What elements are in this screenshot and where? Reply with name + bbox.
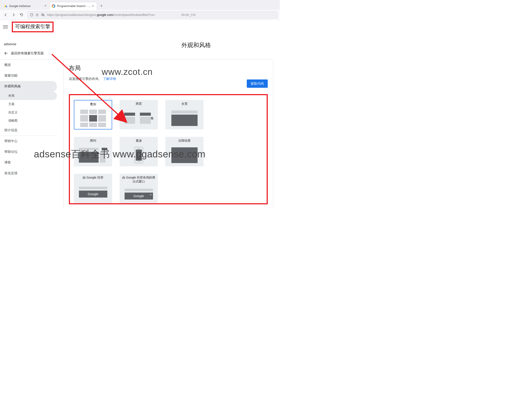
app-topbar: 可编程搜索引擎 — [0, 20, 280, 34]
sidebar-item-blog[interactable]: 博客 — [0, 157, 57, 168]
sidebar-sub-custom[interactable]: 自定义 — [0, 108, 57, 116]
card-title: 布局 — [69, 64, 268, 72]
layout-preview-icon — [74, 144, 112, 166]
layout-option-hosted-popup[interactable]: 由 Google 托管布局的弹出式窗口 Google↗ — [120, 174, 158, 203]
sidebar-back-label: 返回所有搜索引擎页面 — [11, 51, 44, 55]
layout-preview-icon: Google↗ — [120, 185, 158, 203]
sidebar-item-stats[interactable]: 统计信息 — [0, 125, 57, 136]
browser-tabstrip: Google AdSense × Programmable Search - L… — [0, 0, 280, 10]
layout-option-overlay[interactable]: 叠加 — [74, 100, 112, 129]
page-title: 外观和风格 — [63, 38, 273, 49]
layout-card: 布局 设置搜索引擎的布局。了解详情 获取代码 叠加 — [63, 59, 273, 209]
option-label: 全宽 — [165, 100, 203, 107]
svg-point-5 — [42, 13, 43, 15]
layout-preview-icon — [120, 144, 158, 166]
annotation-box: 可编程搜索引擎 — [12, 22, 54, 32]
browser-navbar: https://programmablesearchengine.google.… — [0, 10, 280, 20]
url-bar[interactable]: https://programmablesearchengine.google.… — [28, 11, 278, 18]
browser-tab[interactable]: Google AdSense × — [2, 2, 49, 10]
annotation-box: 叠加 两页 — [69, 94, 268, 204]
layout-option-resultsonly[interactable]: 仅限结果 — [165, 137, 203, 166]
option-label: 紧凑 — [120, 137, 158, 144]
tab-title: Google AdSense — [9, 4, 44, 8]
brand-title: 可编程搜索引擎 — [15, 23, 50, 30]
layout-option-compact[interactable]: 紧凑 — [120, 137, 158, 166]
sidebar-sub-thumb[interactable]: 缩略图 — [0, 116, 57, 125]
sidebar-sub-layout[interactable]: 布局 — [0, 92, 57, 100]
sidebar-sub-theme[interactable]: 主题 — [0, 100, 57, 108]
sidebar-item-search[interactable]: 搜索功能 — [0, 70, 57, 81]
layout-preview-icon: Google — [74, 181, 112, 203]
reload-button[interactable] — [18, 11, 25, 18]
sidebar-item-feedback[interactable]: 发送反馈 — [0, 168, 57, 179]
option-label: 由 Google 托管布局的弹出式窗口 — [120, 174, 158, 185]
adsense-favicon-icon — [4, 4, 7, 8]
option-label: 叠加 — [74, 100, 112, 107]
layout-option-twopage[interactable]: 两页 ⧉ — [120, 100, 158, 129]
lock-icon — [36, 13, 39, 16]
sidebar-item-forum[interactable]: 帮助论坛 — [0, 146, 57, 157]
svg-point-7 — [43, 15, 44, 16]
layout-preview-icon — [165, 107, 203, 129]
option-label: 仅限结果 — [165, 137, 203, 144]
layout-option-twocol[interactable]: 两列 — [74, 137, 112, 166]
layout-options-grid: 叠加 两页 — [74, 100, 263, 203]
url-text: https://programmablesearchengine.google.… — [47, 13, 275, 17]
layout-preview-icon — [165, 144, 203, 166]
layout-preview-icon: ⧉ — [120, 107, 158, 129]
svg-marker-0 — [4, 5, 6, 7]
forward-button[interactable] — [10, 11, 17, 18]
sidebar: adsense 返回所有搜索引擎页面 概览 搜索功能 外观和风格 布局 主题 自… — [0, 38, 57, 209]
close-icon[interactable]: × — [91, 4, 95, 8]
svg-rect-3 — [36, 15, 38, 16]
sidebar-item-help[interactable]: 帮助中心 — [0, 136, 57, 146]
sidebar-back[interactable]: 返回所有搜索引擎页面 — [0, 49, 57, 59]
new-tab-button[interactable]: + — [98, 3, 104, 9]
google-favicon-icon — [52, 4, 55, 8]
option-label: 两页 — [120, 100, 158, 107]
sidebar-item-look[interactable]: 外观和风格 — [0, 81, 57, 92]
browser-tab[interactable]: Programmable Search - Loo × — [49, 2, 97, 10]
layout-option-hosted[interactable]: 由 Google 托管 Google — [74, 174, 112, 203]
option-label: 由 Google 托管 — [74, 174, 112, 181]
layout-option-fullwidth[interactable]: 全宽 — [165, 100, 203, 129]
arrow-left-icon — [4, 51, 8, 55]
option-label: 两列 — [74, 137, 112, 144]
page: 可编程搜索引擎 adsense 返回所有搜索引擎页面 概览 搜索功能 外观和风格… — [0, 20, 280, 209]
close-icon[interactable]: × — [44, 4, 47, 8]
back-button[interactable] — [2, 11, 9, 18]
hamburger-icon[interactable] — [3, 24, 8, 29]
external-link-icon: ↗ — [149, 193, 152, 197]
sidebar-title: adsense — [0, 40, 57, 49]
layout-preview-icon — [74, 107, 112, 129]
content: 外观和风格 布局 设置搜索引擎的布局。了解详情 获取代码 叠加 — [57, 38, 280, 209]
tab-title: Programmable Search - Loo — [57, 4, 91, 8]
get-code-button[interactable]: 获取代码 — [247, 79, 268, 88]
shield-icon — [30, 13, 33, 17]
settings-toggle-icon — [41, 13, 45, 16]
sidebar-item-overview[interactable]: 概览 — [0, 60, 57, 70]
card-description: 设置搜索引擎的布局。了解详情 — [69, 77, 268, 81]
learn-more-link[interactable]: 了解详情 — [103, 77, 116, 81]
